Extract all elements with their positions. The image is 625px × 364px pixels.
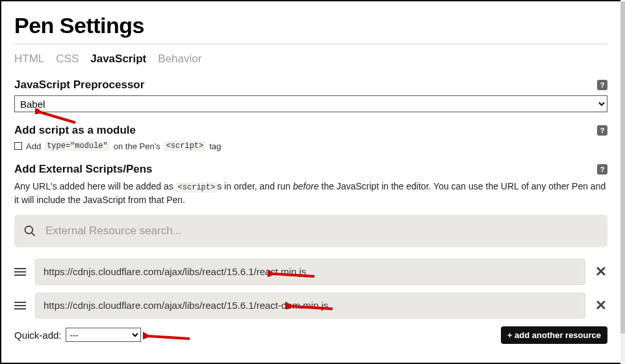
search-icon (23, 224, 36, 237)
tab-behavior[interactable]: Behavior (158, 53, 201, 66)
scrollbar-thumb[interactable] (620, 1, 625, 334)
drag-handle-icon[interactable] (14, 267, 26, 277)
tab-html[interactable]: HTML (14, 53, 44, 66)
tab-css[interactable]: CSS (56, 53, 79, 66)
help-icon[interactable]: ? (597, 164, 607, 175)
quick-add: Quick-add: --- (14, 328, 141, 342)
help-icon[interactable]: ? (597, 80, 607, 90)
module-code-2: <script> (164, 141, 206, 151)
svg-line-1 (32, 233, 35, 236)
scrollbar-track (620, 1, 625, 363)
add-resource-button[interactable]: + add another resource (501, 326, 607, 344)
resource-row (14, 293, 607, 319)
module-text-a: Add (26, 141, 41, 151)
resource-url-input[interactable] (35, 259, 585, 285)
page-title: Pen Settings (14, 13, 607, 38)
preprocessor-label: JavaScript Preprocessor (14, 79, 144, 91)
settings-panel: Pen Settings HTML CSS JavaScript Behavio… (0, 0, 620, 364)
remove-resource-button[interactable] (594, 300, 607, 311)
help-icon[interactable]: ? (597, 125, 607, 136)
svg-point-0 (25, 226, 33, 234)
module-label: Add script as a module (14, 124, 136, 137)
external-description: Any URL's added here will be added as <s… (14, 180, 607, 207)
resource-row (14, 259, 607, 285)
tab-javascript[interactable]: JavaScript (90, 53, 146, 66)
external-search-input[interactable] (45, 224, 598, 237)
module-code-1: type="module" (45, 141, 110, 151)
module-checkbox-row[interactable]: Add type="module" on the Pen's <script> … (14, 141, 607, 151)
external-search-box[interactable] (14, 215, 607, 247)
close-icon (596, 300, 606, 309)
external-label: Add External Scripts/Pens (14, 163, 153, 176)
remove-resource-button[interactable] (594, 266, 607, 278)
tabs: HTML CSS JavaScript Behavior (14, 53, 607, 66)
resource-url-input[interactable] (35, 293, 585, 319)
quick-add-label: Quick-add: (14, 330, 62, 341)
module-text-c: tag (209, 141, 221, 151)
module-checkbox[interactable] (14, 142, 22, 150)
close-icon (596, 267, 606, 276)
preprocessor-select[interactable]: Babel (14, 95, 607, 112)
quick-add-select[interactable]: --- (66, 328, 141, 342)
module-text-b: on the Pen's (114, 141, 160, 151)
drag-handle-icon[interactable] (14, 300, 26, 311)
divider (14, 43, 607, 45)
